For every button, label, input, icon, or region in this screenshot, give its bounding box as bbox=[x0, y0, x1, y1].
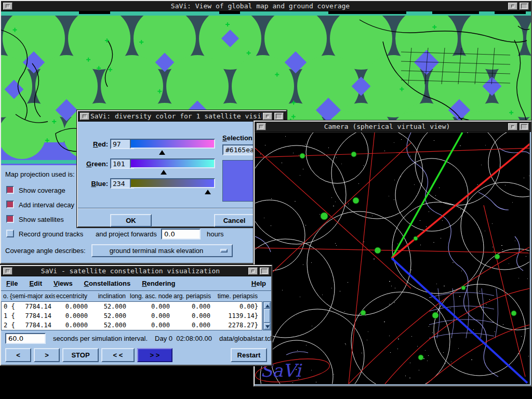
table-row[interactable]: 1 {7784.140.000052.0000.0000.0001139.14} bbox=[2, 311, 262, 321]
minimize-icon[interactable] bbox=[248, 268, 258, 275]
record-ground-tracks-label: Record ground tracks bbox=[19, 230, 83, 238]
window-menu-icon[interactable] bbox=[3, 268, 12, 275]
restart-button[interactable]: Restart bbox=[231, 348, 267, 362]
table-row[interactable]: 2 {7784.140.000052.0000.0000.0002278.27} bbox=[2, 321, 262, 330]
table-cell: 0.0000 bbox=[56, 303, 92, 310]
projection-label: Map projection used is: bbox=[5, 170, 75, 178]
header-time-periapsis: time. periapsis bbox=[214, 292, 262, 300]
red-label: Red: bbox=[78, 140, 108, 148]
constellation-window-title: SaVi - satellite constellation visualiza… bbox=[14, 267, 247, 275]
scroll-up-icon[interactable] bbox=[264, 302, 270, 309]
menu-edit[interactable]: Edit bbox=[29, 280, 42, 287]
table-cell: 0.000 bbox=[130, 312, 174, 320]
constellation-window: SaVi - satellite constellation visualiza… bbox=[0, 265, 272, 366]
desktop: SaVi: View of global map and ground cove… bbox=[0, 0, 532, 399]
header-arg-periapsis: arg. periapsis bbox=[174, 292, 214, 300]
minimize-icon[interactable] bbox=[263, 113, 272, 120]
table-row[interactable]: 0 {7784.140.000052.0000.0000.0000.00} bbox=[2, 302, 262, 311]
table-cell: 1 { bbox=[2, 312, 16, 320]
menu-rendering[interactable]: Rendering bbox=[142, 280, 175, 287]
show-satellites-label: Show satellites bbox=[19, 216, 64, 223]
show-coverage-checkbox[interactable] bbox=[6, 186, 14, 194]
maximize-icon[interactable] bbox=[274, 113, 284, 120]
table-cell: 0.000 bbox=[130, 303, 174, 310]
menu-constellations[interactable]: Constellations bbox=[84, 280, 131, 287]
step-back-button[interactable]: < bbox=[5, 348, 31, 362]
simulation-controls: 60.0 seconds per simulation interval. Da… bbox=[1, 330, 271, 346]
blue-slider-arrow-icon[interactable] bbox=[205, 190, 211, 194]
scroll-down-icon[interactable] bbox=[264, 323, 270, 329]
table-cell: 1139.14} bbox=[215, 312, 262, 320]
table-cell: 2278.27} bbox=[215, 322, 262, 329]
project-forwards-label: and project forwards bbox=[96, 230, 157, 238]
interval-input[interactable]: 60.0 bbox=[5, 333, 46, 344]
green-slider[interactable] bbox=[130, 158, 215, 168]
blue-label: Blue: bbox=[78, 180, 108, 188]
table-cell: 0 { bbox=[2, 303, 16, 310]
show-satellites-checkbox[interactable] bbox=[6, 215, 14, 223]
camera-window-titlebar[interactable]: Camera (spherical virtual view) bbox=[255, 122, 531, 132]
tcl-file-label: data/globalstar.tcl bbox=[219, 335, 272, 342]
menu-help[interactable]: Help bbox=[251, 280, 266, 287]
minimize-icon[interactable] bbox=[508, 123, 517, 130]
sim-time-label: Day 0 02:08:00.00 bbox=[155, 335, 212, 342]
stop-button[interactable]: STOP bbox=[62, 348, 99, 362]
header-semi-major-axis: o. {semi-major axis bbox=[1, 292, 55, 300]
map-window-title: SaVi: View of global map and ground cove… bbox=[14, 2, 507, 10]
red-slider-arrow-icon[interactable] bbox=[159, 150, 165, 155]
step-forward-button[interactable]: > bbox=[34, 348, 60, 362]
red-slider[interactable] bbox=[130, 139, 215, 149]
table-body[interactable]: 0 {7784.140.000052.0000.0000.0000.00}1 {… bbox=[1, 301, 262, 330]
ok-button[interactable]: OK bbox=[110, 214, 152, 227]
fast-forward-button[interactable]: > > bbox=[137, 348, 172, 362]
table-cell: 52.000 bbox=[92, 303, 130, 310]
table-cell: 52.000 bbox=[92, 312, 130, 320]
table-scrollbar[interactable] bbox=[263, 301, 271, 330]
constellation-window-titlebar[interactable]: SaVi - satellite constellation visualiza… bbox=[1, 266, 271, 276]
camera-view[interactable]: SaVi bbox=[255, 132, 530, 384]
vcr-button-row: < > STOP < < > > Restart bbox=[1, 346, 271, 364]
coverage-angle-label: Coverage angle describes: bbox=[5, 247, 86, 255]
satellite-table: o. {semi-major axis eccentricity inclina… bbox=[1, 291, 271, 330]
table-cell: 7784.14 bbox=[16, 303, 56, 310]
table-cell: 7784.14 bbox=[16, 312, 56, 320]
maximize-icon[interactable] bbox=[260, 268, 269, 275]
header-eccentricity: eccentricity bbox=[55, 292, 91, 300]
camera-canvas: SaVi bbox=[255, 132, 530, 384]
menu-file[interactable]: File bbox=[6, 280, 18, 287]
table-cell: 0.00} bbox=[215, 303, 262, 310]
selection-label: Selection: bbox=[222, 134, 255, 142]
maximize-icon[interactable] bbox=[520, 123, 529, 130]
add-interval-decay-checkbox[interactable] bbox=[6, 201, 14, 208]
interval-label: seconds per simulation interval. bbox=[53, 335, 148, 342]
record-ground-tracks-checkbox[interactable] bbox=[6, 230, 14, 237]
camera-window-title: Camera (spherical virtual view) bbox=[267, 123, 507, 130]
minimize-icon[interactable] bbox=[508, 3, 517, 10]
rewind-button[interactable]: < < bbox=[101, 348, 135, 362]
menubar: File Edit Views Constellations Rendering… bbox=[1, 276, 271, 291]
coverage-angle-dropdown[interactable]: ground terminal mask elevation bbox=[91, 244, 233, 257]
menu-views[interactable]: Views bbox=[54, 280, 73, 287]
table-cell: 0.000 bbox=[130, 322, 174, 329]
table-cell: 52.000 bbox=[92, 322, 130, 329]
window-menu-icon[interactable] bbox=[3, 3, 12, 10]
map-window-titlebar[interactable]: SaVi: View of global map and ground cove… bbox=[1, 1, 531, 11]
header-long-asc-node: long. asc. node bbox=[130, 292, 174, 300]
project-forwards-input[interactable]: 0.0 bbox=[161, 229, 201, 240]
green-slider-arrow-icon[interactable] bbox=[161, 170, 167, 175]
cancel-button[interactable]: Cancel bbox=[214, 214, 255, 227]
blue-slider[interactable] bbox=[130, 178, 215, 188]
table-cell: 0.000 bbox=[174, 303, 215, 310]
hours-unit-label: hours bbox=[207, 230, 224, 238]
show-coverage-label: Show coverage bbox=[19, 187, 65, 194]
coverage-angle-value: ground terminal mask elevation bbox=[92, 247, 220, 255]
table-cell: 0.0000 bbox=[56, 312, 92, 320]
maximize-icon[interactable] bbox=[520, 3, 529, 10]
color-dialog-title: SaVi: diversity color for 1 satellite vi… bbox=[90, 112, 262, 120]
header-inclination: inclination bbox=[91, 292, 130, 300]
window-menu-icon[interactable] bbox=[80, 113, 89, 120]
color-dialog-titlebar[interactable]: SaVi: diversity color for 1 satellite vi… bbox=[78, 111, 286, 122]
add-interval-decay-label: Add interval decay bbox=[19, 201, 74, 209]
window-menu-icon[interactable] bbox=[257, 123, 266, 130]
scroll-thumb[interactable] bbox=[264, 309, 270, 323]
